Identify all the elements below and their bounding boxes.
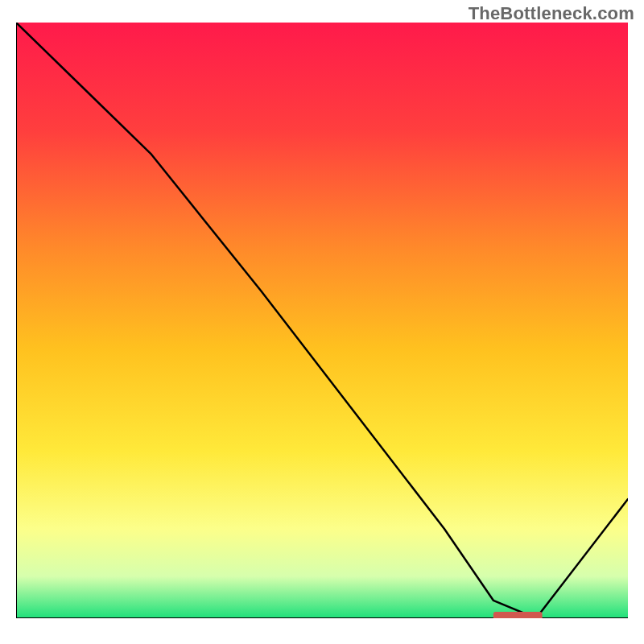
watermark-text: TheBottleneck.com bbox=[469, 3, 634, 24]
chart-svg bbox=[16, 23, 628, 618]
plot-area bbox=[16, 23, 628, 618]
chart-frame: TheBottleneck.com bbox=[0, 0, 644, 644]
optimal-marker bbox=[493, 612, 543, 618]
